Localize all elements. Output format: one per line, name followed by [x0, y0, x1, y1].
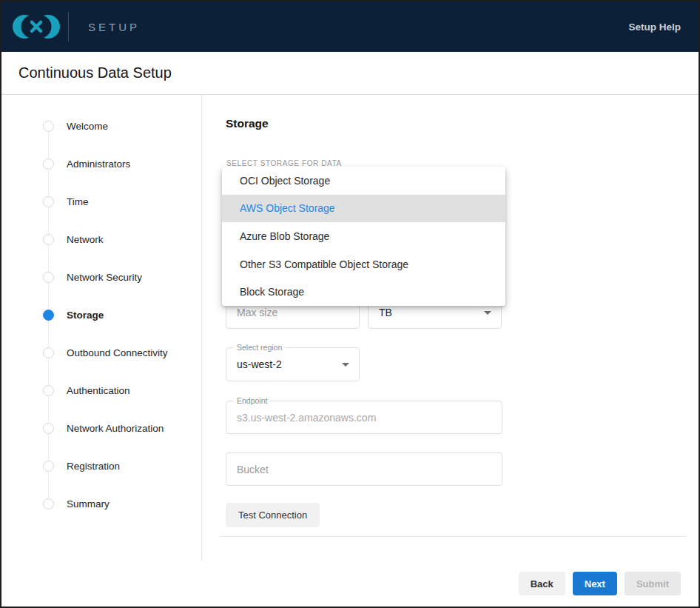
step-label: Summary [67, 498, 110, 510]
size-unit-value: TB [368, 307, 392, 318]
region-select[interactable]: Select region us-west-2 [226, 347, 360, 381]
app-header: SETUP Setup Help [1, 1, 699, 52]
endpoint-field: Endpoint [226, 401, 502, 434]
step-label: Authentication [67, 385, 130, 396]
step-circle-icon [43, 347, 54, 358]
dropdown-option-azure[interactable]: Azure Blob Storage [222, 222, 505, 250]
dropdown-option-block[interactable]: Block Storage [222, 278, 505, 306]
app-label: SETUP [88, 21, 140, 33]
back-button[interactable]: Back [519, 572, 565, 595]
dropdown-option-other-s3[interactable]: Other S3 Compatible Object Storage [222, 250, 505, 278]
stepper-item-summary[interactable]: Summary [1, 485, 201, 523]
stepper-item-registration[interactable]: Registration [1, 447, 201, 485]
region-select-label: Select region [234, 343, 285, 352]
step-label: Network [67, 234, 104, 245]
stepper-item-outbound-connectivity[interactable]: Outbound Connectivity [1, 334, 201, 372]
stepper-item-administrators[interactable]: Administrators [1, 145, 201, 183]
step-circle-icon [43, 385, 54, 396]
wizard-footer: Back Next Submit [1, 561, 699, 607]
bucket-field[interactable] [226, 452, 502, 486]
delphix-logo-icon [12, 10, 61, 44]
setup-window: SETUP Setup Help Continuous Data Setup W… [0, 0, 700, 608]
storage-type-dropdown-menu: OCI Object Storage AWS Object Storage Az… [222, 167, 505, 306]
test-connection-button[interactable]: Test Connection [226, 503, 320, 527]
step-circle-icon [43, 158, 54, 170]
page-title: Continuous Data Setup [18, 64, 172, 81]
section-title: Storage [226, 117, 269, 130]
step-label: Registration [67, 461, 120, 472]
chevron-down-icon [342, 363, 349, 367]
endpoint-field-label: Endpoint [234, 396, 270, 405]
stepper-item-welcome[interactable]: Welcome [1, 107, 201, 145]
step-circle-icon [43, 272, 54, 283]
stepper-item-storage[interactable]: Storage [1, 296, 201, 334]
setup-stepper: Welcome Administrators Time Network Netw… [1, 95, 202, 561]
step-circle-icon [43, 498, 54, 510]
header-divider [68, 12, 69, 41]
storage-step-content: Storage SELECT STORAGE FOR DATA TB Selec… [202, 95, 699, 561]
step-label: Network Security [67, 272, 142, 283]
submit-button[interactable]: Submit [625, 572, 681, 595]
next-button[interactable]: Next [573, 572, 617, 595]
endpoint-input [226, 401, 502, 433]
stepper-item-network-authorization[interactable]: Network Authorization [1, 410, 201, 447]
title-bar: Continuous Data Setup [1, 52, 699, 95]
step-label: Welcome [67, 121, 108, 132]
chevron-down-icon [484, 311, 491, 315]
step-circle-icon [43, 234, 54, 245]
dropdown-option-oci[interactable]: OCI Object Storage [222, 167, 505, 195]
step-circle-active-icon [43, 310, 54, 321]
stepper-item-network-security[interactable]: Network Security [1, 258, 201, 296]
dropdown-option-aws[interactable]: AWS Object Storage [222, 195, 505, 223]
step-circle-icon [43, 121, 54, 132]
content-divider [220, 536, 686, 537]
bucket-input[interactable] [226, 453, 502, 485]
region-value: us-west-2 [226, 359, 282, 370]
step-circle-icon [43, 196, 54, 207]
step-circle-icon [43, 461, 54, 472]
setup-help-link[interactable]: Setup Help [628, 21, 681, 33]
step-label: Time [67, 196, 89, 207]
step-circle-icon [43, 423, 54, 434]
step-label: Network Authorization [67, 423, 164, 434]
stepper-item-authentication[interactable]: Authentication [1, 372, 201, 410]
step-label: Storage [67, 310, 104, 321]
step-label: Administrators [67, 158, 130, 170]
step-label: Outbound Connectivity [67, 347, 168, 358]
stepper-item-time[interactable]: Time [1, 183, 201, 221]
stepper-item-network[interactable]: Network [1, 221, 201, 258]
